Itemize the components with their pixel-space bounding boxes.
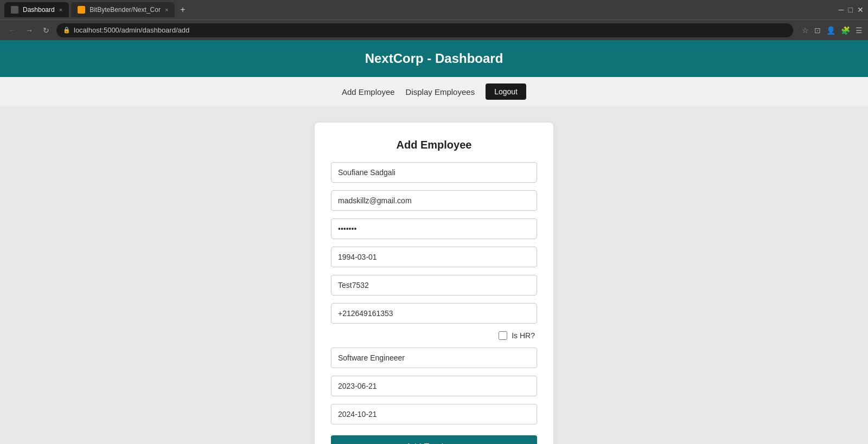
pocket-icon[interactable]: ⊡ <box>814 26 821 35</box>
minimize-icon[interactable]: ─ <box>839 5 844 14</box>
end-date-field-group <box>331 404 537 424</box>
tab-github[interactable]: BitByteBender/Next_Cor × <box>71 2 175 17</box>
bookmark-icon[interactable]: ☆ <box>802 26 809 35</box>
phone-field-group <box>331 303 537 324</box>
browser-chrome: Dashboard × BitByteBender/Next_Cor × + ─… <box>0 0 868 40</box>
forward-button[interactable]: → <box>23 25 36 36</box>
nav-display-employees[interactable]: Display Employees <box>406 87 475 96</box>
reload-button[interactable]: ↻ <box>40 25 52 36</box>
is-hr-label: Is HR? <box>512 331 535 340</box>
restore-icon[interactable]: □ <box>848 5 853 14</box>
start-date-field-group <box>331 376 537 396</box>
tab-favicon-github <box>78 6 85 14</box>
tab-favicon-dashboard <box>11 6 18 14</box>
position-input[interactable] <box>331 348 537 368</box>
password-input[interactable] <box>331 218 537 239</box>
tab-label-github: BitByteBender/Next_Cor <box>90 6 161 14</box>
new-tab-button[interactable]: + <box>177 5 188 15</box>
nav-add-employee[interactable]: Add Employee <box>342 87 395 96</box>
tab-group: Dashboard × BitByteBender/Next_Cor × <box>4 2 175 17</box>
end-date-input[interactable] <box>331 404 537 424</box>
start-date-input[interactable] <box>331 376 537 396</box>
phone-input[interactable] <box>331 303 537 324</box>
tab-label-dashboard: Dashboard <box>23 6 55 14</box>
app-header: NextCorp - Dashboard <box>0 40 868 77</box>
submit-button[interactable]: Add Employee <box>331 435 537 444</box>
password-field-group <box>331 218 537 239</box>
lock-icon: 🔒 <box>63 27 71 34</box>
tab-bar-right: ─ □ ✕ <box>839 5 864 14</box>
is-hr-row: Is HR? <box>331 331 537 340</box>
tab-dashboard[interactable]: Dashboard × <box>4 2 69 17</box>
email-field-group <box>331 190 537 211</box>
nav-bar: ← → ↻ 🔒 localhost:5000/admin/dashboard/a… <box>0 20 868 40</box>
username-input[interactable] <box>331 275 537 295</box>
dob-field-group <box>331 247 537 267</box>
tab-bar: Dashboard × BitByteBender/Next_Cor × + ─… <box>0 0 868 20</box>
name-input[interactable] <box>331 162 537 183</box>
dob-input[interactable] <box>331 247 537 267</box>
menu-icon[interactable]: ☰ <box>856 26 863 35</box>
url-text: localhost:5000/admin/dashboard/add <box>74 26 787 34</box>
name-field-group <box>331 162 537 183</box>
nav-right-icons: ☆ ⊡ 👤 🧩 ☰ <box>802 26 863 35</box>
extensions-icon[interactable]: 🧩 <box>841 26 850 35</box>
email-input[interactable] <box>331 190 537 211</box>
add-employee-form-card: Add Employee Is HR? Add Employee <box>315 123 553 444</box>
back-button[interactable]: ← <box>5 25 18 36</box>
header-title: NextCorp - Dashboard <box>365 51 503 66</box>
close-icon[interactable]: ✕ <box>857 5 864 14</box>
app-nav: Add Employee Display Employees Logout <box>0 77 868 106</box>
position-field-group <box>331 348 537 368</box>
form-title: Add Employee <box>331 139 537 151</box>
username-field-group <box>331 275 537 295</box>
tab-close-github[interactable]: × <box>165 7 168 13</box>
address-bar[interactable]: 🔒 localhost:5000/admin/dashboard/add <box>56 23 793 37</box>
account-icon[interactable]: 👤 <box>826 26 835 35</box>
tab-close-dashboard[interactable]: × <box>59 7 62 13</box>
is-hr-checkbox[interactable] <box>499 331 507 340</box>
logout-button[interactable]: Logout <box>486 83 526 100</box>
